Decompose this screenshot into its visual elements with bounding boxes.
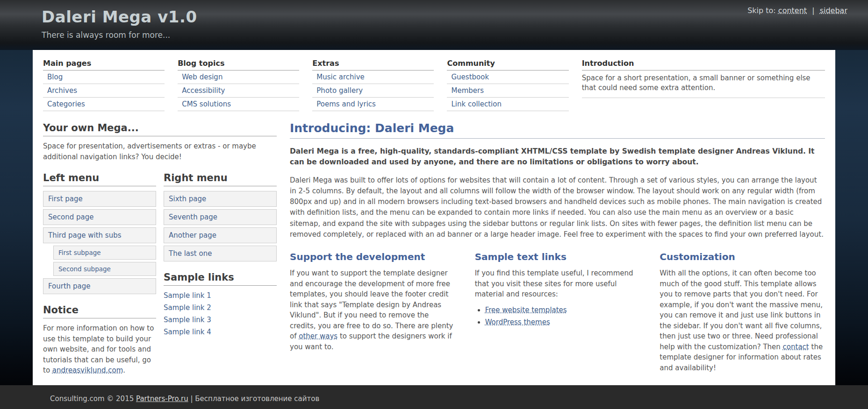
nav-heading: Blog topics	[178, 57, 299, 71]
list-item: WordPress themes	[485, 318, 640, 326]
article-columns: Support the development If you want to s…	[290, 251, 825, 373]
body-paragraph: Daleri Mega was built to offer lots of o…	[290, 175, 825, 240]
page-title: Introducing: Daleri Mega	[290, 121, 825, 139]
wordpress-themes-link[interactable]: WordPress themes	[485, 318, 550, 326]
nav-column-main-pages: Main pages Blog Archives Categories	[43, 57, 165, 111]
nav-introduction-text: Space for a short presentation, a small …	[582, 71, 825, 98]
nav-link-members[interactable]: Members	[447, 84, 568, 98]
menu-button-third-page-with-subs[interactable]: Third page with subs	[43, 227, 156, 243]
nav-link-poems-and-lyrics[interactable]: Poems and lyrics	[312, 98, 434, 111]
nav-link-archives[interactable]: Archives	[43, 84, 165, 98]
nav-heading: Main pages	[43, 57, 165, 71]
menu-button-the-last-one[interactable]: The last one	[164, 246, 277, 261]
nav-heading: Introduction	[582, 57, 825, 71]
sample-text-links-heading: Sample text links	[475, 251, 640, 262]
customization-text: With all the options, it can often becom…	[660, 268, 825, 373]
footer: Consulting.com © 2015 Partners-Pro.ru | …	[0, 385, 868, 409]
right-menu-heading: Right menu	[164, 172, 277, 186]
main-container: Main pages Blog Archives Categories Blog…	[33, 50, 835, 385]
notice-heading: Notice	[43, 304, 156, 318]
sidebar-heading-your-own-mega: Your own Mega...	[43, 122, 277, 136]
sidebar-left-menu-column: Left menu First page Second page Third p…	[43, 162, 156, 376]
content-columns: Your own Mega... Space for presentation,…	[43, 117, 825, 376]
footer-text-post: | Бесплатное изготовление сайтов	[188, 395, 320, 403]
menu-button-second-page[interactable]: Second page	[43, 209, 156, 225]
main-navigation: Main pages Blog Archives Categories Blog…	[43, 57, 825, 117]
sidebar: Your own Mega... Space for presentation,…	[43, 120, 277, 376]
contact-link[interactable]: contact	[783, 343, 809, 351]
nav-column-extras: Extras Music archive Photo gallery Poems…	[312, 57, 434, 111]
notice-text-post: .	[123, 366, 125, 374]
site-tagline: There is always room for more...	[42, 30, 868, 40]
menu-button-first-subpage[interactable]: First subpage	[53, 246, 156, 260]
list-item: Free website templates	[485, 306, 640, 314]
main-content: Introducing: Daleri Mega Daleri Mega is …	[290, 120, 825, 376]
sample-text-links-text: If you find this template useful, I reco…	[475, 268, 640, 300]
notice-text: For more information on how to use this …	[43, 323, 156, 376]
site-title: Daleri Mega v1.0	[42, 7, 868, 26]
skip-to-content-link[interactable]: content	[778, 6, 807, 15]
skip-separator: |	[812, 6, 814, 15]
nav-link-cms-solutions[interactable]: CMS solutions	[178, 98, 299, 111]
sample-links-heading: Sample links	[164, 272, 277, 286]
left-menu-heading: Left menu	[43, 172, 156, 186]
column-sample-text-links: Sample text links If you find this templ…	[475, 251, 640, 373]
menu-button-sixth-page[interactable]: Sixth page	[164, 191, 277, 207]
sample-text-links-list: Free website templates WordPress themes	[485, 306, 640, 326]
skip-label: Skip to:	[747, 6, 776, 15]
customization-heading: Customization	[660, 251, 825, 262]
menu-button-seventh-page[interactable]: Seventh page	[164, 209, 277, 225]
nav-link-web-design[interactable]: Web design	[178, 71, 299, 84]
menu-button-fourth-page[interactable]: Fourth page	[43, 278, 156, 294]
nav-link-blog[interactable]: Blog	[43, 71, 165, 84]
sample-link-4[interactable]: Sample link 4	[164, 327, 277, 337]
column-support-the-development: Support the development If you want to s…	[290, 251, 455, 373]
sample-link-1[interactable]: Sample link 1	[164, 290, 277, 301]
other-ways-link[interactable]: other ways	[299, 332, 337, 340]
nav-link-guestbook[interactable]: Guestbook	[447, 71, 568, 84]
menu-button-first-page[interactable]: First page	[43, 191, 156, 207]
column-customization: Customization With all the options, it c…	[660, 251, 825, 373]
nav-column-introduction: Introduction Space for a short presentat…	[582, 57, 825, 111]
nav-link-accessibility[interactable]: Accessibility	[178, 84, 299, 98]
menu-button-another-page[interactable]: Another page	[164, 227, 277, 243]
nav-heading: Community	[447, 57, 568, 71]
nav-link-music-archive[interactable]: Music archive	[312, 71, 434, 84]
nav-link-link-collection[interactable]: Link collection	[447, 98, 568, 111]
sample-link-3[interactable]: Sample link 3	[164, 315, 277, 325]
partners-pro-link[interactable]: Partners-Pro.ru	[136, 395, 188, 403]
sidebar-mega-text: Space for presentation, advertisements o…	[43, 141, 277, 162]
header: Skip to: content | sidebar Daleri Mega v…	[0, 0, 868, 50]
nav-link-photo-gallery[interactable]: Photo gallery	[312, 84, 434, 98]
free-website-templates-link[interactable]: Free website templates	[485, 306, 567, 314]
nav-heading: Extras	[312, 57, 434, 71]
andreasviklund-link[interactable]: andreasviklund.com	[52, 366, 123, 374]
menu-button-second-subpage[interactable]: Second subpage	[53, 262, 156, 276]
skip-links: Skip to: content | sidebar	[747, 6, 847, 15]
nav-column-community: Community Guestbook Members Link collect…	[447, 57, 568, 111]
footer-text-pre: Consulting.com © 2015	[50, 395, 136, 403]
skip-to-sidebar-link[interactable]: sidebar	[820, 6, 847, 15]
customization-text-pre: With all the options, it can often becom…	[660, 269, 823, 351]
support-text-pre: If you want to support the template desi…	[290, 269, 453, 340]
support-heading: Support the development	[290, 251, 455, 262]
support-text: If you want to support the template desi…	[290, 268, 455, 352]
intro-paragraph: Daleri Mega is a free, high-quality, sta…	[290, 146, 825, 168]
sidebar-menus: Left menu First page Second page Third p…	[43, 162, 277, 376]
nav-link-categories[interactable]: Categories	[43, 98, 165, 111]
nav-column-blog-topics: Blog topics Web design Accessibility CMS…	[178, 57, 299, 111]
sample-link-2[interactable]: Sample link 2	[164, 303, 277, 313]
sidebar-right-menu-column: Right menu Sixth page Seventh page Anoth…	[164, 162, 277, 376]
